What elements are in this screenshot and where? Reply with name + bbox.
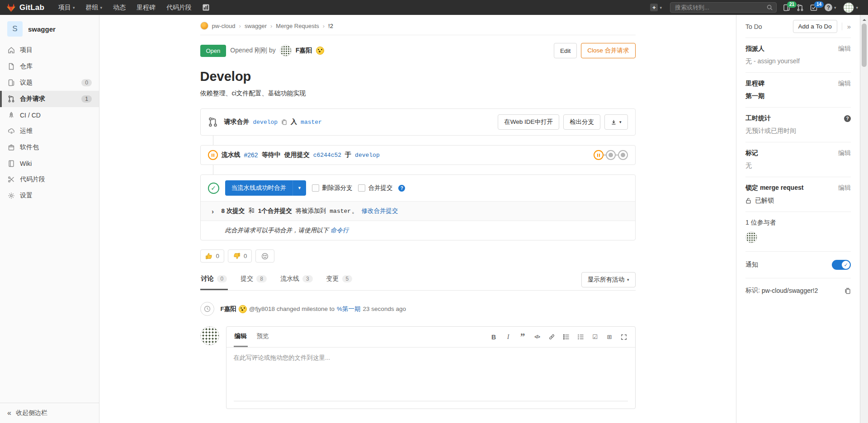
copy-reference-icon[interactable] (844, 287, 851, 294)
milestone-link[interactable]: %第一期 (337, 305, 361, 313)
download-dropdown-button[interactable]: ▾ (604, 114, 628, 130)
page-scrollbar[interactable] (860, 15, 868, 423)
nav-activity[interactable]: 动态 (108, 0, 131, 15)
checkbox-icon (312, 184, 319, 192)
new-menu-button[interactable]: + ▾ (648, 0, 664, 14)
squash-help-icon[interactable]: ? (398, 185, 405, 192)
activity-filter-button[interactable]: 显示所有活动 ▾ (581, 272, 636, 287)
award-emoji-row: 0 0 (200, 249, 636, 263)
link-icon[interactable] (548, 333, 556, 341)
modify-merge-commit-link[interactable]: 修改合并提交 (362, 207, 398, 215)
code-icon[interactable]: </> (533, 333, 541, 341)
task-list-icon[interactable]: ☑ (591, 333, 599, 341)
comment-textarea[interactable] (226, 348, 635, 401)
thumbs-up-button[interactable]: 0 (200, 249, 224, 263)
charts-icon[interactable] (198, 1, 214, 14)
tab-pipelines[interactable]: 流水线 3 (279, 269, 314, 290)
collapse-sidebar-icon[interactable]: » (842, 23, 851, 30)
project-header[interactable]: S swagger (0, 15, 99, 42)
sidebar-item-operations[interactable]: 运维 (0, 123, 99, 139)
breadcrumb-project[interactable]: swagger (245, 23, 267, 29)
stage-pending-icon[interactable] (594, 150, 604, 160)
issues-shortcut-button[interactable]: 21 (783, 4, 790, 11)
sidebar-item-snippets[interactable]: 代码片段 (0, 171, 99, 188)
command-line-link[interactable]: 命令行 (330, 227, 349, 234)
tab-discussion[interactable]: 讨论 0 (200, 269, 228, 290)
add-award-emoji-button[interactable] (255, 249, 274, 263)
sidebar-item-packages[interactable]: 软件包 (0, 139, 99, 155)
sidebar-item-issues[interactable]: 议题 0 (0, 75, 99, 91)
delete-source-branch-checkbox[interactable]: 删除源分支 (312, 184, 353, 192)
sidebar-item-wiki[interactable]: Wiki (0, 155, 99, 171)
mini-pipeline-graph[interactable] (594, 150, 628, 160)
pipeline-id-link[interactable]: #262 (244, 151, 258, 159)
quote-icon[interactable]: ” (519, 333, 527, 341)
numbered-list-icon[interactable] (577, 333, 585, 341)
scrollbar-thumb[interactable] (862, 24, 867, 67)
time-tracking-help-icon[interactable]: ? (844, 115, 851, 122)
breadcrumb-current: !2 (328, 23, 333, 29)
search-input[interactable] (674, 4, 764, 11)
author-avatar[interactable] (280, 45, 292, 56)
sidebar-item-cicd[interactable]: CI / CD (0, 107, 99, 123)
assignee-edit-link[interactable]: 编辑 (838, 45, 851, 53)
expand-chevron-icon[interactable]: › (208, 207, 218, 215)
participant-avatar[interactable] (745, 231, 757, 243)
mr-title: Develop (200, 69, 636, 84)
merge-requests-shortcut-button[interactable] (797, 4, 804, 11)
nav-projects[interactable]: 项目▾ (53, 0, 80, 15)
merge-request-icon (208, 117, 218, 127)
note-time[interactable]: 23 seconds ago (363, 306, 406, 312)
web-ide-button[interactable]: 在Web IDE中打开 (498, 114, 559, 130)
sidebar-item-settings[interactable]: 设置 (0, 188, 99, 204)
notifications-toggle[interactable]: ✓ (832, 260, 851, 270)
stage-created-icon[interactable] (618, 150, 628, 160)
squash-commits-checkbox[interactable]: 合并提交 (358, 184, 392, 192)
pipeline-branch-link[interactable]: develop (355, 152, 380, 159)
scroll-up-icon[interactable] (863, 17, 866, 21)
merge-when-pipeline-succeeds-button[interactable]: 当流水线成功时合并 ▼ (225, 180, 306, 196)
italic-icon[interactable]: I (505, 333, 512, 341)
help-menu-button[interactable]: ? ▾ (824, 0, 837, 14)
tab-changes[interactable]: 变更 5 (326, 269, 354, 290)
checkout-branch-button[interactable]: 检出分支 (563, 114, 600, 130)
fullscreen-icon[interactable] (620, 333, 628, 341)
stage-created-icon[interactable] (606, 150, 616, 160)
gitlab-logo[interactable]: GitLab (6, 3, 44, 12)
table-icon[interactable]: ⊞ (606, 333, 613, 341)
global-search[interactable] (670, 2, 777, 13)
breadcrumb-section[interactable]: Merge Requests (276, 23, 319, 29)
lock-edit-link[interactable]: 编辑 (838, 184, 851, 192)
nav-milestones[interactable]: 里程碑 (132, 0, 160, 15)
sidebar-item-merge-requests[interactable]: 合并请求 1 (0, 91, 99, 107)
nav-groups[interactable]: 群组▾ (81, 0, 108, 15)
editor-tab-preview[interactable]: 预览 (256, 327, 270, 347)
note-author[interactable]: F嘉阳 (221, 305, 236, 313)
tab-commits[interactable]: 提交 8 (240, 269, 268, 290)
milestone-value[interactable]: 第一期 (745, 92, 851, 100)
commit-sha-link[interactable]: c6244c52 (313, 152, 341, 159)
source-branch-link[interactable]: develop (253, 119, 278, 126)
sidebar-item-repository[interactable]: 仓库 (0, 58, 99, 75)
collapse-sidebar-button[interactable]: « 收起侧边栏 (0, 403, 99, 423)
current-user-avatar (200, 326, 219, 345)
editor-tab-write[interactable]: 编辑 (234, 327, 248, 347)
sidebar-item-project[interactable]: 项目 (0, 42, 99, 58)
bold-icon[interactable]: B (490, 333, 498, 341)
close-mr-button[interactable]: Close 合并请求 (581, 43, 635, 58)
labels-edit-link[interactable]: 编辑 (838, 149, 851, 157)
edit-button[interactable]: Edit (554, 43, 577, 58)
milestone-edit-link[interactable]: 编辑 (838, 80, 851, 88)
user-menu-button[interactable]: ▾ (843, 0, 858, 15)
breadcrumb-group[interactable]: pw-cloud (212, 23, 236, 29)
copy-branch-icon[interactable] (281, 119, 287, 125)
target-branch-link[interactable]: master (301, 119, 322, 126)
note-body: @fjy8018 changed milestone to (249, 306, 335, 312)
todos-shortcut-button[interactable]: 14 (810, 4, 817, 11)
assignee-value[interactable]: 无 - assign yourself (745, 57, 851, 66)
author-name[interactable]: F嘉阳 (296, 47, 312, 55)
nav-snippets[interactable]: 代码片段 (161, 0, 197, 15)
add-todo-button[interactable]: Add a To Do (793, 20, 837, 33)
bullet-list-icon[interactable] (562, 333, 570, 341)
thumbs-down-button[interactable]: 0 (228, 249, 252, 263)
